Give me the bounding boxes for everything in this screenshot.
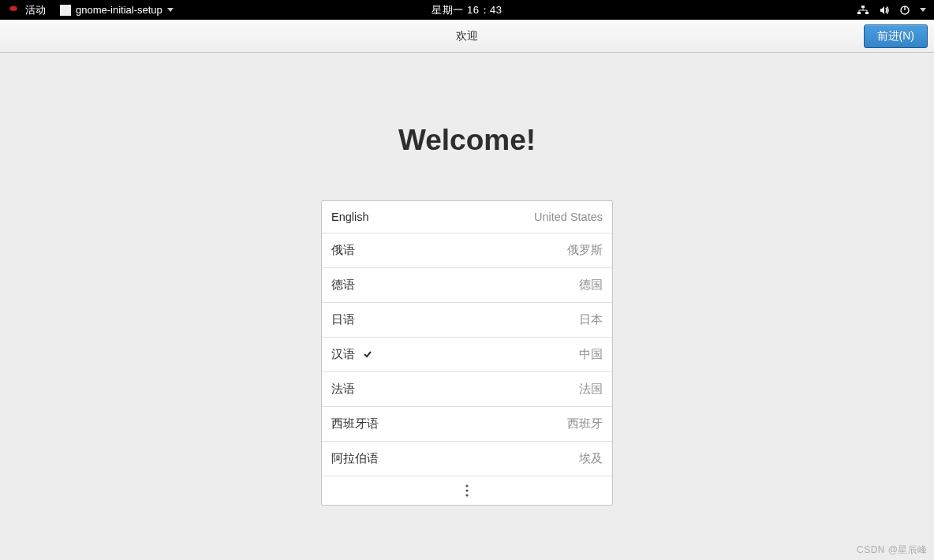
language-country: 埃及 bbox=[579, 451, 603, 466]
language-country: 俄罗斯 bbox=[567, 243, 603, 258]
app-menu[interactable]: gnome-initial-setup bbox=[60, 4, 174, 16]
network-icon[interactable] bbox=[857, 5, 869, 16]
power-icon[interactable] bbox=[899, 5, 910, 16]
next-button[interactable]: 前进(N) bbox=[864, 24, 928, 48]
language-name: 法语 bbox=[331, 382, 355, 397]
language-list: English United States 俄语 俄罗斯 德语 德国 日语 日本… bbox=[321, 200, 613, 506]
language-name: 日语 bbox=[331, 312, 355, 327]
check-icon bbox=[363, 349, 372, 361]
language-country: 西班牙 bbox=[567, 416, 603, 431]
language-row-selected[interactable]: 汉语 中国 bbox=[322, 338, 612, 372]
svg-rect-2 bbox=[865, 12, 869, 14]
language-row[interactable]: 西班牙语 西班牙 bbox=[322, 407, 612, 442]
language-name: 汉语 bbox=[331, 347, 355, 362]
language-country: 德国 bbox=[579, 278, 603, 293]
header-bar: 欢迎 前进(N) bbox=[0, 20, 934, 53]
language-name: 阿拉伯语 bbox=[331, 451, 379, 466]
chevron-down-icon[interactable] bbox=[920, 8, 926, 12]
clock[interactable]: 星期一 16：43 bbox=[432, 3, 502, 17]
language-country: 中国 bbox=[579, 347, 603, 362]
language-row[interactable]: 法语 法国 bbox=[322, 372, 612, 407]
svg-rect-0 bbox=[861, 6, 865, 8]
watermark: CSDN @星辰峰 bbox=[857, 543, 928, 557]
language-country: 法国 bbox=[579, 382, 603, 397]
svg-point-6 bbox=[465, 489, 468, 491]
svg-point-5 bbox=[465, 484, 468, 487]
volume-icon[interactable] bbox=[879, 5, 890, 16]
language-name: English bbox=[331, 211, 369, 223]
activities-button[interactable]: 活动 bbox=[25, 3, 46, 17]
language-country: United States bbox=[534, 211, 603, 223]
app-icon bbox=[60, 5, 71, 16]
language-row[interactable]: 阿拉伯语 埃及 bbox=[322, 442, 612, 476]
language-row[interactable]: 俄语 俄罗斯 bbox=[322, 233, 612, 268]
welcome-title: Welcome! bbox=[398, 124, 536, 157]
more-icon bbox=[465, 484, 469, 497]
language-row[interactable]: 德语 德国 bbox=[322, 268, 612, 303]
more-languages-button[interactable] bbox=[322, 476, 612, 505]
app-name: gnome-initial-setup bbox=[76, 4, 163, 16]
language-name: 西班牙语 bbox=[331, 416, 379, 431]
header-title: 欢迎 bbox=[456, 29, 478, 43]
language-row[interactable]: 日语 日本 bbox=[322, 303, 612, 338]
system-tray bbox=[857, 5, 926, 16]
chevron-down-icon bbox=[167, 8, 174, 12]
svg-point-7 bbox=[465, 494, 468, 496]
main-content: Welcome! English United States 俄语 俄罗斯 德语… bbox=[0, 53, 934, 506]
distro-logo-icon bbox=[8, 5, 19, 16]
top-panel: 活动 gnome-initial-setup 星期一 16：43 bbox=[0, 0, 934, 20]
language-row[interactable]: English United States bbox=[322, 201, 612, 233]
top-panel-left: 活动 gnome-initial-setup bbox=[8, 3, 174, 17]
language-name: 俄语 bbox=[331, 243, 355, 258]
language-country: 日本 bbox=[579, 312, 603, 327]
language-name: 德语 bbox=[331, 278, 355, 293]
svg-rect-1 bbox=[857, 12, 861, 14]
